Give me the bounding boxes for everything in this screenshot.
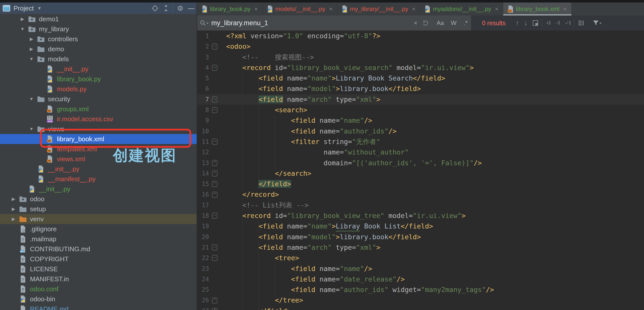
expand-arrow-icon[interactable]: ▶	[9, 206, 18, 212]
remove-occurrence-button[interactable]: −‖	[553, 16, 562, 31]
fold-collapse-icon[interactable]: −	[212, 244, 218, 250]
code-line-27[interactable]: 27⌃ </field>	[197, 306, 644, 310]
fold-collapse-icon[interactable]: −	[212, 107, 218, 113]
tree-item-ir-model-access-csv[interactable]: .CSVir.model.access.csv	[0, 114, 197, 124]
tree-item--init-py[interactable]: __init__.py	[0, 164, 197, 174]
tree-item--mailmap[interactable]: .mailmap	[0, 234, 197, 244]
tab-models-init-py[interactable]: models/__init__.py×	[262, 3, 337, 16]
collapse-arrow-icon[interactable]: ▼	[27, 126, 36, 132]
code-line-13[interactable]: 13⌃ domain="[('author_ids', '=', False)]…	[197, 158, 644, 168]
code-line-15[interactable]: 15⌃ </field>	[197, 179, 644, 189]
code-line-22[interactable]: 22− <tree>	[197, 253, 644, 263]
expand-arrow-icon[interactable]: ▶	[27, 46, 36, 52]
locate-file-button[interactable]	[150, 3, 160, 13]
filter-funnel-button[interactable]: ▾	[590, 16, 604, 31]
close-tab-icon[interactable]: ×	[495, 6, 498, 13]
tree-item-manifest-in[interactable]: MANIFEST.in	[0, 274, 197, 284]
code-line-25[interactable]: 25 <field name="author_ids" widget="many…	[197, 284, 644, 295]
code-line-11[interactable]: 11− <filter string="无作者"	[197, 136, 644, 147]
code-line-24[interactable]: 24 <field name="date_release"/>	[197, 274, 644, 284]
add-occurrence-button[interactable]: +‖	[543, 16, 553, 31]
tree-item-library-book-py[interactable]: library_book.py	[0, 74, 197, 84]
tree-item--manifest-py[interactable]: __manifest__.py	[0, 174, 197, 184]
tree-item-setup[interactable]: ▶setup	[0, 204, 197, 214]
select-all-occurrences-button[interactable]: ✓‖	[562, 16, 573, 31]
tree-item-demo[interactable]: ▶demo	[0, 44, 197, 54]
tree-item-demo1[interactable]: ▶demo1	[0, 14, 197, 24]
tree-item-controllers[interactable]: ▶controllers	[0, 34, 197, 44]
code-line-4[interactable]: 4− <record id="library_book_view_search"…	[197, 63, 644, 73]
code-line-19[interactable]: 19 <field name="name">Libray Book List</…	[197, 221, 644, 232]
code-line-23[interactable]: 23 <field name="name"/>	[197, 263, 644, 274]
tree-item-odoo-bin[interactable]: odoo-bin	[0, 294, 197, 304]
expand-arrow-icon[interactable]: ▶	[9, 216, 18, 222]
fold-collapse-icon[interactable]: −	[212, 96, 218, 102]
tab-my-library-init-py[interactable]: my_library/__init__.py×	[337, 3, 420, 16]
tree-item-copyright[interactable]: COPYRIGHT	[0, 254, 197, 264]
close-tab-icon[interactable]: ×	[564, 6, 567, 13]
code-line-20[interactable]: 20 <field name="model">library.book</fie…	[197, 232, 644, 242]
tree-item-contributing-md[interactable]: MDCONTRIBUTING.md	[0, 244, 197, 254]
code-line-16[interactable]: 16⌃ </record>	[197, 189, 644, 200]
tree-item-venv[interactable]: ▶venv	[0, 214, 197, 224]
expand-arrow-icon[interactable]: ▶	[27, 36, 36, 42]
clear-search-icon[interactable]: ×	[411, 16, 420, 31]
fold-end-icon[interactable]: ⌃	[212, 192, 218, 198]
code-line-21[interactable]: 21− <field name="arch" type="xml">	[197, 242, 644, 253]
match-case-toggle[interactable]: Aa	[433, 16, 447, 31]
tree-item-library-book-xml[interactable]: <>library_book.xml	[0, 134, 197, 144]
code-line-6[interactable]: 6 <field name="model">library.book</fiel…	[197, 83, 644, 94]
fold-collapse-icon[interactable]: −	[212, 44, 218, 50]
tab-myaddons-init-py[interactable]: myaddons/__init__.py×	[420, 3, 503, 16]
tree-item-readme-md[interactable]: MDREADME.md	[0, 304, 197, 310]
code-line-5[interactable]: 5 <field name="name">Library Book Search…	[197, 73, 644, 83]
tree-item-groups-xml[interactable]: <>groups.xml	[0, 104, 197, 114]
expand-arrow-icon[interactable]: ▶	[9, 196, 18, 202]
tree-item--init-py[interactable]: __init__.py	[0, 184, 197, 194]
tree-item-security[interactable]: ▼security	[0, 94, 197, 104]
find-selection-button[interactable]	[530, 16, 541, 31]
code-line-10[interactable]: 10 <field name="author_ids"/>	[197, 126, 644, 136]
search-input[interactable]: ▾ my_library.menu_1 × AaW.*	[197, 16, 471, 31]
fold-end-icon[interactable]: ⌃	[212, 171, 218, 177]
fold-end-icon[interactable]: ⌃	[212, 297, 218, 303]
collapse-arrow-icon[interactable]: ▼	[27, 57, 36, 62]
tree-item-license[interactable]: LICENSE	[0, 264, 197, 274]
code-line-7[interactable]: 7− <field name="arch" type="xml">	[197, 94, 644, 105]
close-tab-icon[interactable]: ×	[412, 6, 415, 13]
fold-collapse-icon[interactable]: −	[212, 213, 218, 219]
tree-item-templates-xml[interactable]: <>templates.xml	[0, 144, 197, 154]
expand-arrow-icon[interactable]: ▶	[18, 16, 27, 22]
next-occurrence-button[interactable]: ↓	[522, 16, 530, 31]
tree-item--init-py[interactable]: __init__.py	[0, 64, 197, 74]
code-line-8[interactable]: 8− <search>	[197, 105, 644, 115]
tree-item--gitignore[interactable]: .gitignore	[0, 224, 197, 234]
collapse-all-button[interactable]	[160, 3, 172, 13]
tree-item-views-xml[interactable]: <>views.xml	[0, 154, 197, 164]
code-line-2[interactable]: 2−<odoo>	[197, 41, 644, 52]
close-tab-icon[interactable]: ×	[254, 6, 258, 13]
tab-library-book-py[interactable]: library_book.py×	[197, 3, 262, 16]
fold-collapse-icon[interactable]: −	[212, 255, 218, 261]
fold-end-icon[interactable]: ⌃	[212, 160, 218, 166]
fold-collapse-icon[interactable]: −	[212, 65, 218, 71]
collapse-arrow-icon[interactable]: ▼	[27, 96, 36, 102]
fold-collapse-icon[interactable]: −	[212, 139, 218, 145]
regex-toggle[interactable]: .*	[460, 16, 471, 31]
tree-item-odoo-conf[interactable]: odoo.conf	[0, 284, 197, 294]
words-toggle[interactable]: W	[447, 16, 460, 31]
code-line-26[interactable]: 26⌃ </tree>	[197, 295, 644, 305]
code-line-3[interactable]: 3 <!-- 搜索视图-->	[197, 52, 644, 63]
code-line-14[interactable]: 14⌃ </search>	[197, 168, 644, 179]
tree-item-my-library[interactable]: ▼my_library	[0, 24, 197, 34]
code-editor[interactable]: 1<?xml version="1.0" encoding="utf-8"?>2…	[197, 31, 644, 310]
code-line-9[interactable]: 9 <field name="name"/>	[197, 115, 644, 126]
search-icon[interactable]: ▾	[197, 16, 209, 31]
collapse-arrow-icon[interactable]: ▼	[18, 27, 27, 32]
code-line-17[interactable]: 17 <!-- List列表 -->	[197, 200, 644, 211]
settings-gear-button[interactable]: ⚙	[175, 3, 186, 13]
fold-end-icon[interactable]: ⌃	[212, 308, 218, 310]
chevron-down-icon[interactable]: ▼	[37, 6, 42, 11]
code-line-18[interactable]: 18− <record id="library_book_view_tree" …	[197, 211, 644, 221]
tree-item-models[interactable]: ▼models	[0, 54, 197, 64]
